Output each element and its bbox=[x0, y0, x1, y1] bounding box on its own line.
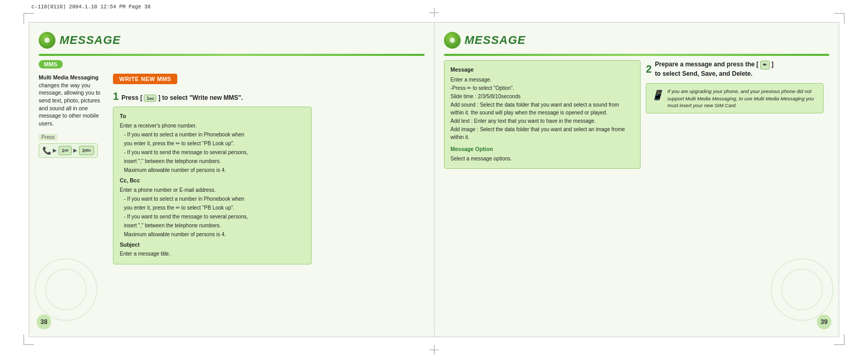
message-option-title: Message Option bbox=[451, 145, 634, 154]
step2-instruction: 2 Prepare a message and press the [ ✏ ] … bbox=[646, 60, 829, 78]
right-logo: MESSAGE bbox=[444, 32, 830, 49]
press-box: 📞 ▶ 1wr ▶ 2abc bbox=[39, 143, 98, 158]
key-2-btn: 2abc bbox=[79, 146, 94, 155]
step2-text: Prepare a message and press the [ ✏ ] to… bbox=[655, 60, 773, 78]
arrow-icon-2: ▶ bbox=[73, 147, 77, 153]
key-1-btn: 1wr bbox=[59, 146, 72, 155]
message-text1: Enter a message. bbox=[451, 76, 634, 84]
cc-text5: - If you want to send the message to sev… bbox=[120, 213, 305, 221]
cc-text6: insert "," between the telephone numbers… bbox=[120, 222, 305, 229]
crosshair-top bbox=[429, 8, 439, 13]
arrow-icon-1: ▶ bbox=[53, 147, 57, 153]
logo-circle-right bbox=[444, 32, 461, 49]
right-logo-text: MESSAGE bbox=[465, 33, 526, 47]
logo-circle-left bbox=[39, 32, 55, 49]
message-option-text: Select a message options. bbox=[451, 155, 634, 163]
message-text7: Add image : Select the data folder that … bbox=[451, 125, 634, 141]
mms-badge: MMS bbox=[39, 60, 63, 68]
logo-circle-inner-left bbox=[44, 38, 50, 43]
cc-text7: Maximum allowable number of persons is 4… bbox=[120, 230, 305, 238]
pages-container: MESSAGE MMS Multi Media Messaging change… bbox=[29, 22, 839, 337]
subject-title: Subject bbox=[120, 241, 305, 249]
left-logo-text: MESSAGE bbox=[60, 33, 121, 47]
sidebar-heading: Multi Media Messaging bbox=[39, 74, 98, 80]
step1-text: Press [ 1wz ] to select "Write new MMS". bbox=[121, 94, 243, 102]
message-text4: Slide time : 2/3/5/8/10seconds bbox=[451, 93, 634, 100]
logo-circle-inner-right bbox=[450, 38, 455, 43]
step1-header: 1 Press [ 1wz ] to select "Write new MMS… bbox=[113, 90, 425, 102]
right-content: Message Enter a message. -Press ✏ to sel… bbox=[444, 60, 830, 314]
note-phone-icon: 📱 bbox=[652, 89, 663, 102]
to-text2: - If you want to select a number in Phon… bbox=[120, 131, 305, 138]
green-bar-left bbox=[39, 54, 425, 56]
page-right: MESSAGE Message Enter a message. -Press … bbox=[435, 22, 840, 337]
to-text3: you enter it, press the ✏ to select "PB … bbox=[120, 140, 305, 147]
to-text6: insert "," between the telephone numbers… bbox=[120, 157, 305, 165]
page-metadata: c-110(0110) 2004.1.10 12:54 PM Page 38 bbox=[31, 4, 151, 10]
message-details-box: Message Enter a message. -Press ✏ to sel… bbox=[444, 60, 641, 169]
info-box: To Enter a receiver's phone number. - If… bbox=[113, 107, 312, 264]
subject-text: Enter a message title. bbox=[120, 250, 305, 258]
message-text6: Add text : Enter any text that you want … bbox=[451, 117, 634, 125]
press-label: Press bbox=[39, 134, 58, 141]
to-title: To bbox=[120, 112, 305, 121]
write-new-mms-button: WRITE NEW MMS bbox=[113, 74, 177, 84]
message-text2-3: -Press ✏ to select "Option". bbox=[451, 84, 634, 92]
message-text5: Add sound : Select the data folder that … bbox=[451, 101, 634, 117]
step2-area: 2 Prepare a message and press the [ ✏ ] … bbox=[646, 60, 829, 314]
phone-handset-icon: 📞 bbox=[42, 146, 51, 155]
left-sidebar: Multi Media Messaging changes the way yo… bbox=[39, 74, 107, 327]
crosshair-bottom bbox=[429, 345, 439, 350]
step2-number: 2 bbox=[646, 63, 652, 75]
to-text1: Enter a receiver's phone number. bbox=[120, 122, 305, 130]
page-number-39: 39 bbox=[817, 315, 831, 329]
cc-text1: Enter a phone number or E-mail address. bbox=[120, 186, 305, 194]
left-content: Multi Media Messaging changes the way yo… bbox=[39, 74, 425, 327]
page-left: MESSAGE MMS Multi Media Messaging change… bbox=[29, 22, 435, 337]
page-number-38: 38 bbox=[37, 315, 51, 329]
cc-text2: - If you want to select a number in Phon… bbox=[120, 195, 305, 203]
cc-text3: you enter it, press the ✏ to select "PB … bbox=[120, 204, 305, 212]
note-box: 📱 If you are upgrading your phone, and y… bbox=[646, 83, 824, 113]
to-text7: Maximum allowable number of persons is 4… bbox=[120, 166, 305, 174]
message-title: Message bbox=[451, 66, 634, 74]
main-instruction: WRITE NEW MMS 1 Press [ 1wz ] to select … bbox=[113, 74, 425, 327]
to-text5: - If you want to send the message to sev… bbox=[120, 148, 305, 156]
cc-title: Cc, Bcc bbox=[120, 177, 305, 185]
green-bar-right bbox=[444, 54, 830, 56]
step1-number: 1 bbox=[113, 90, 119, 102]
note-text: If you are upgrading your phone, and you… bbox=[667, 88, 818, 109]
sidebar-description: changes the way you message, allowing yo… bbox=[39, 82, 100, 126]
press-illustration: Press 📞 ▶ 1wr ▶ 2abc bbox=[39, 135, 107, 158]
left-logo: MESSAGE bbox=[39, 32, 425, 49]
